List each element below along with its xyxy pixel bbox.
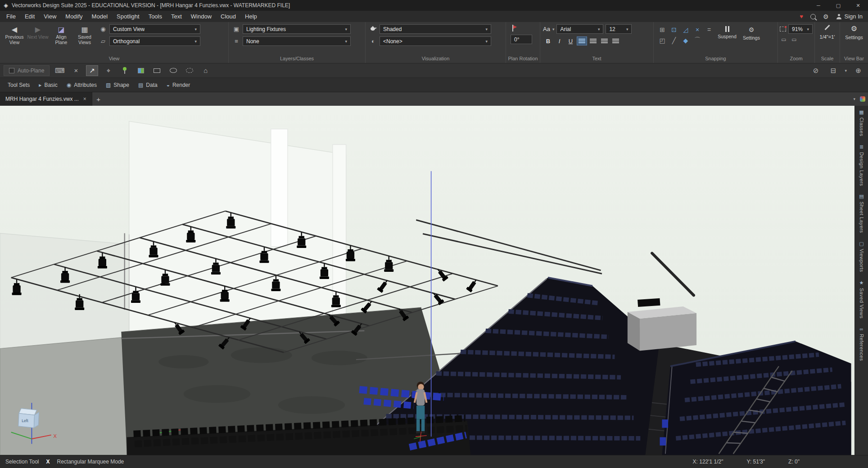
interactive-scaling-mode-icon[interactable]: ↗ [86,65,98,76]
italic-button[interactable]: I [554,36,565,45]
fit-to-objects-icon[interactable]: ▭ [790,36,798,43]
data-palette-button[interactable]: ▤ Data [134,78,162,92]
hierarchy-caret-icon[interactable]: ▾ [845,68,847,73]
zoom-level-dropdown[interactable]: 91% [788,24,813,34]
menu-window[interactable]: Window [186,11,216,22]
render-background-dropdown[interactable]: <None> [380,36,491,46]
tab-close-icon[interactable]: × [83,96,86,102]
menu-text[interactable]: Text [167,11,186,22]
pin-icon [122,67,127,74]
menu-edit[interactable]: Edit [20,11,39,22]
snap-to-grid-icon[interactable]: ⊞ [656,24,668,35]
menu-file[interactable]: File [2,11,20,22]
current-view-dropdown[interactable]: Custom View [109,24,200,34]
globe-icon[interactable]: ⊕ [852,65,864,76]
align-right-button[interactable] [599,36,610,45]
view-mode-icon[interactable]: ◉ [99,26,107,32]
snap-to-intersection-icon[interactable]: × [692,24,703,35]
align-center-button[interactable] [588,36,598,45]
projection-dropdown[interactable]: Orthogonal [109,36,200,46]
close-button[interactable]: ✕ [848,0,868,11]
notifications-icon[interactable]: ♥ [800,13,803,20]
unrestricted-mode-icon[interactable]: × [70,65,82,76]
font-size-dropdown[interactable]: 12 [606,24,632,34]
snap-to-distance-icon[interactable]: = [703,24,715,35]
document-tab[interactable]: MRH Hangar 4 Funzies.vwx ... × [0,92,92,106]
menubar: File Edit View Modify Model Spotlight To… [0,11,868,22]
move-by-points-icon[interactable]: ⌖ [102,65,114,76]
pin-mode-icon[interactable] [118,65,131,76]
snap-to-angle-icon[interactable]: ◿ [680,24,692,35]
sidebar-item-design-layers[interactable]: ≣ Design Layers [859,144,864,186]
active-layer-dropdown[interactable]: None [243,36,351,46]
tab-overflow-caret-icon[interactable]: ▾ [853,97,855,101]
align-justify-button[interactable] [610,36,621,45]
fit-to-page-icon[interactable]: ▭ [780,36,788,43]
auto-plane-checkbox[interactable] [9,68,14,73]
snap-to-surface-icon[interactable]: ◆ [680,35,692,46]
sidebar-item-references[interactable]: ∞ References [859,326,864,361]
text-style-caret-icon: ▾ [552,27,555,32]
auto-plane-toggle[interactable]: Auto-Plane [4,65,50,76]
suspend-snapping-button[interactable]: Suspend [715,24,739,39]
font-dropdown[interactable]: Arial [556,24,603,34]
snap-to-arc-icon[interactable]: ⌒ [692,35,703,46]
scale-value[interactable]: 1/4"=1' [818,34,837,40]
sign-in-button[interactable]: Sign In [836,13,863,20]
projection-icon[interactable]: ▱ [99,38,107,45]
zoom-marquee-icon[interactable] [780,27,786,32]
align-left-button[interactable] [577,36,587,45]
underline-button[interactable]: U [565,36,576,45]
active-class-dropdown[interactable]: Lighting Fixtures [243,24,351,34]
minimize-button[interactable]: ─ [809,0,828,11]
render-mode-dropdown[interactable]: Shaded [380,24,491,34]
sidebar-item-sheet-layers[interactable]: ▤ Sheet Layers [859,194,864,233]
next-view-button[interactable]: ▶ Next View [26,24,50,40]
classes-icon: ▦ [859,109,863,115]
menu-help[interactable]: Help [240,11,262,22]
snap-to-working-plane-icon[interactable]: ◰ [656,35,668,46]
bold-button[interactable]: B [543,36,553,45]
view-bar-settings-label[interactable]: Settings [845,35,863,40]
align-plane-button[interactable]: ◪ Align Plane [50,24,73,45]
attributes-palette-button[interactable]: ◉ Attributes [63,78,101,92]
menu-spotlight[interactable]: Spotlight [112,11,144,22]
oval-marquee-mode-icon[interactable] [167,65,179,76]
plan-rotation-input[interactable]: 0° [511,35,532,44]
snapping-settings-button[interactable]: ⚙ Settings [739,24,764,40]
structural-member-mode-icon[interactable]: ⌂ [199,65,212,76]
saved-views-button[interactable]: ▦ Saved Views [73,24,96,45]
drawing-canvas[interactable]: X Left [0,106,854,455]
align-center-icon [590,39,597,44]
menu-model[interactable]: Model [87,11,112,22]
render-palette-button[interactable]: ◒ Render [163,78,194,92]
basic-palette-button[interactable]: ▸ Basic [35,78,61,92]
sidebar-item-viewports[interactable]: ▢ Viewports [859,241,864,272]
visibility-icon[interactable]: ⊘ [809,65,822,76]
shape-palette-button[interactable]: ▧ Shape [102,78,133,92]
lasso-marquee-mode-icon[interactable] [183,65,195,76]
text-style-button[interactable]: Aa [543,26,550,32]
menu-view[interactable]: View [39,11,61,22]
settings-gear-icon[interactable]: ⚙ [823,13,829,20]
sidebar-item-saved-views[interactable]: ★ Saved Views [859,280,864,319]
search-icon[interactable] [810,14,816,19]
tool-sets-button[interactable]: Tool Sets [4,78,34,92]
previous-view-button[interactable]: ◀ Previous View [3,24,26,45]
snap-to-tangent-icon[interactable]: ╱ [668,35,680,46]
menu-modify[interactable]: Modify [61,11,87,22]
menu-tools[interactable]: Tools [144,11,167,22]
view-bar-gear-icon[interactable]: ⚙ [851,24,857,33]
grid-mode-icon[interactable] [135,65,147,76]
sidebar-item-classes[interactable]: ▦ Classes [859,109,864,136]
new-tab-button[interactable]: + [92,92,105,106]
palette-dock-icon[interactable] [860,96,865,102]
maximize-button[interactable]: ▢ [828,0,848,11]
coord-z: Z: 0" [788,459,800,465]
section-label-view-bar: View Bar [840,55,868,63]
snap-to-object-icon[interactable]: ⊡ [668,24,680,35]
rectangular-marquee-mode-icon[interactable] [151,65,163,76]
menu-cloud[interactable]: Cloud [216,11,240,22]
hierarchy-icon[interactable]: ⊟ [827,65,839,76]
keyboard-icon[interactable]: ⌨ [54,65,66,76]
